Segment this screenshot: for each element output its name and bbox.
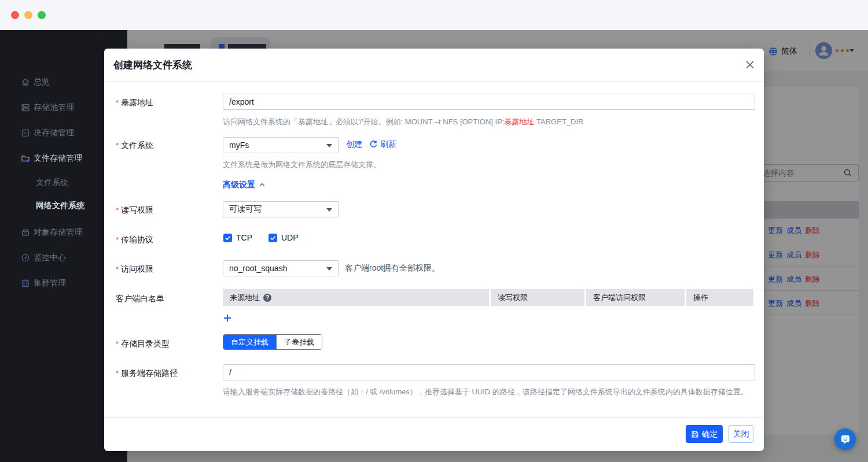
- sidebar-item-label: 文件存储管理: [34, 153, 82, 164]
- access-permission-select[interactable]: no_root_squash: [223, 260, 339, 276]
- mount-type-toggle: 自定义挂载 子卷挂载: [223, 334, 322, 350]
- tcp-checkbox[interactable]: TCP: [223, 233, 252, 242]
- tcp-checkbox-label: TCP: [236, 233, 252, 242]
- rw-permission-label: *读写权限: [116, 205, 153, 216]
- access-permission-label: *访问权限: [116, 264, 153, 275]
- refresh-filesystem-link[interactable]: 刷新: [380, 139, 396, 150]
- server-path-input[interactable]: [223, 364, 755, 380]
- column-header-source-address: 来源地址 ?: [223, 289, 489, 306]
- rw-permission-value: 可读可写: [229, 204, 262, 215]
- udp-checkbox[interactable]: UDP: [269, 233, 299, 242]
- export-path-label: *暴露地址: [116, 98, 153, 108]
- chat-smiley-icon: [840, 434, 851, 445]
- storage-pool-icon: [21, 103, 30, 112]
- window-close-button[interactable]: [11, 11, 19, 19]
- file-storage-icon: [21, 154, 30, 163]
- create-nfs-modal: 创建网络文件系统 *暴露地址 访问网络文件系统的「暴露地址」必须以'/'开始。例…: [104, 49, 764, 451]
- column-header-actions: 操作: [686, 289, 753, 306]
- confirm-button-label: 确定: [702, 429, 718, 439]
- client-whitelist-label: 客户端白名单: [116, 294, 164, 304]
- column-header-rw-permission: 读写权限: [491, 289, 584, 306]
- close-button-label: 关闭: [733, 429, 749, 439]
- sidebar-item-label: 文件系统: [36, 178, 68, 188]
- sidebar-item-label: 集群管理: [34, 278, 66, 289]
- modal-title: 创建网络文件系统: [113, 58, 192, 72]
- sidebar-item-label: 总览: [34, 77, 50, 87]
- save-icon: [691, 430, 699, 438]
- modal-footer-divider: [104, 417, 764, 418]
- rw-permission-select[interactable]: 可读可写: [223, 201, 339, 217]
- chat-widget-button[interactable]: [834, 428, 856, 450]
- sidebar-item-label: 网络文件系统: [36, 201, 84, 211]
- filesystem-label: *文件系统: [116, 141, 153, 151]
- protocol-label: *传输协议: [116, 235, 153, 245]
- export-path-input[interactable]: [223, 94, 755, 110]
- checkbox-checked-icon: [223, 234, 232, 242]
- screen: 总览 存储池管理 块存储管理 文件存储管理 文件系统 网络文件系统 对象存储管理…: [0, 0, 868, 462]
- refresh-icon[interactable]: [369, 140, 378, 149]
- sidebar-item-label: 存储池管理: [34, 102, 74, 113]
- home-icon: [21, 77, 30, 87]
- question-circle-icon[interactable]: ?: [263, 294, 271, 302]
- object-storage-icon: [21, 228, 30, 237]
- chevron-down-icon: [326, 267, 332, 271]
- client-whitelist-table: 来源地址 ? 读写权限 客户端访问权限 操作: [223, 289, 753, 306]
- access-permission-help: 客户端root拥有全部权限。: [345, 263, 440, 273]
- sidebar-item-label: 块存储管理: [34, 128, 74, 138]
- custom-mount-tab[interactable]: 自定义挂载: [223, 335, 276, 349]
- udp-checkbox-label: UDP: [281, 233, 299, 242]
- checkbox-checked-icon: [269, 234, 277, 242]
- filesystem-select-value: myFs: [229, 141, 249, 150]
- export-path-help: 访问网络文件系统的「暴露地址」必须以'/'开始。例如: MOUNT –t NFS…: [223, 117, 583, 127]
- window-minimize-button[interactable]: [24, 11, 32, 19]
- chevron-up-icon: [259, 182, 266, 189]
- column-header-client-access: 客户端访问权限: [586, 289, 685, 306]
- server-path-label: *服务端存储路径: [116, 368, 178, 379]
- monitor-icon: [21, 253, 30, 263]
- window-zoom-button[interactable]: [38, 11, 46, 19]
- advanced-settings-label: 高级设置: [223, 180, 255, 190]
- close-button[interactable]: 关闭: [729, 425, 753, 443]
- mount-type-label: *存储目录类型: [116, 339, 170, 349]
- modal-header-divider: [104, 81, 764, 82]
- subvolume-mount-tab[interactable]: 子卷挂载: [276, 335, 322, 349]
- window-titlebar: [0, 0, 868, 30]
- cluster-icon: [21, 279, 30, 288]
- block-storage-icon: [21, 128, 30, 138]
- chevron-down-icon: [326, 144, 332, 147]
- sidebar-item-label: 对象存储管理: [34, 227, 82, 238]
- confirm-button[interactable]: 确定: [686, 425, 723, 443]
- filesystem-help: 文件系统是做为网络文件系统的底层存储支撑。: [223, 160, 381, 170]
- chevron-down-icon: [326, 208, 332, 212]
- create-filesystem-link[interactable]: 创建: [346, 139, 362, 150]
- close-icon[interactable]: [744, 59, 756, 71]
- sidebar-item-label: 监控中心: [34, 253, 66, 263]
- filesystem-select[interactable]: myFs: [223, 137, 339, 153]
- add-client-button[interactable]: [223, 314, 231, 322]
- advanced-settings-toggle[interactable]: 高级设置: [223, 180, 266, 190]
- access-permission-value: no_root_squash: [229, 264, 287, 273]
- server-path-help: 请输入服务端实际存储数据的卷路径（如：/ 或 /volumes），推荐选择基于 …: [223, 387, 748, 397]
